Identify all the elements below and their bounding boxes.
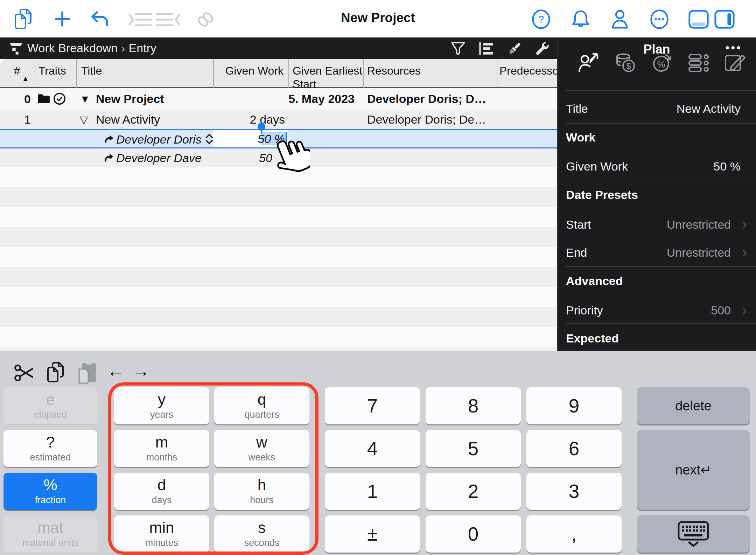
paste-icon — [78, 361, 97, 384]
key-hours[interactable]: hhours — [214, 473, 309, 510]
row-earliest-start: 5. May 2023 — [288, 92, 355, 106]
filter-icon[interactable] — [451, 42, 465, 56]
section-date-presets: Date Presets — [566, 188, 638, 202]
key-plus-minus[interactable]: ± — [325, 515, 420, 553]
key-6[interactable]: 6 — [526, 430, 622, 467]
column-header-number[interactable]: # — [14, 64, 20, 77]
settings-wrench-icon[interactable] — [535, 41, 550, 56]
field-priority-value[interactable]: 500 — [711, 304, 731, 317]
key-comma[interactable]: , — [526, 515, 622, 553]
field-title-label: Title — [566, 102, 588, 116]
documents-icon[interactable] — [13, 8, 34, 30]
more-options-icon[interactable] — [650, 9, 669, 29]
key-dismiss-keyboard[interactable] — [637, 515, 750, 553]
key-7[interactable]: 7 — [325, 387, 420, 424]
row-number: 0 — [0, 92, 31, 106]
svg-text:?: ? — [538, 13, 544, 25]
key-fraction[interactable]: %fraction — [4, 473, 97, 510]
key-years[interactable]: yyears — [114, 387, 209, 424]
key-4[interactable]: 4 — [325, 430, 420, 467]
key-next[interactable]: next↵ — [637, 430, 750, 510]
right-panel-toggle-icon[interactable] — [714, 9, 735, 29]
tab-notes-icon[interactable] — [724, 53, 746, 72]
collapse-triangle-icon[interactable]: ▼ — [80, 93, 90, 105]
key-days[interactable]: ddays — [114, 473, 209, 510]
column-divider[interactable] — [497, 59, 497, 88]
row-resources: Developer Doris; D… — [367, 92, 514, 106]
sort-ascending-icon[interactable]: ▲ — [22, 74, 29, 83]
empty-row — [0, 347, 557, 351]
copy-icon[interactable] — [46, 361, 66, 383]
divider — [566, 123, 756, 124]
column-header-resources[interactable]: Resources — [367, 64, 421, 77]
cursor-right-icon[interactable]: → — [132, 361, 150, 381]
cursor-left-icon[interactable]: ← — [107, 361, 125, 381]
column-divider[interactable] — [213, 59, 214, 88]
assignment-name: Developer Doris — [116, 133, 202, 146]
key-5[interactable]: 5 — [426, 430, 521, 467]
column-header-given-work[interactable]: Given Work — [213, 64, 284, 77]
column-header-traits[interactable]: Traits — [38, 64, 66, 77]
key-months[interactable]: mmonths — [114, 430, 209, 467]
row-resources: Developer Doris; De… — [367, 113, 514, 126]
keyboard-dismiss-icon — [677, 521, 709, 547]
field-given-work-value[interactable]: 50 % — [714, 160, 741, 173]
outline-view-icon[interactable] — [479, 42, 493, 56]
key-material-units: matmaterial units — [4, 515, 97, 553]
collapse-triangle-icon[interactable]: ▽ — [80, 113, 88, 126]
field-end-value[interactable]: Unrestricted — [667, 246, 731, 259]
key-8[interactable]: 8 — [426, 387, 521, 424]
table-row-project[interactable]: 0 ▼ New Project 5. May 2023 Developer Do… — [0, 88, 557, 110]
cut-icon[interactable] — [14, 363, 34, 382]
key-estimated[interactable]: ?estimated — [4, 430, 97, 467]
key-weeks[interactable]: wweeks — [214, 430, 309, 467]
assignment-arrow-icon — [104, 153, 114, 162]
column-header-title[interactable]: Title — [81, 64, 102, 77]
field-title-value[interactable]: New Activity — [677, 102, 741, 116]
column-divider[interactable] — [288, 59, 289, 88]
field-start-value[interactable]: Unrestricted — [667, 218, 731, 231]
key-quarters[interactable]: qquarters — [214, 387, 309, 424]
tab-progress-icon[interactable]: % — [651, 53, 673, 72]
tab-costs-icon[interactable]: $ — [615, 53, 637, 72]
tab-assignment-icon[interactable] — [578, 53, 600, 72]
key-9[interactable]: 9 — [526, 387, 622, 424]
column-header-given-earliest-start[interactable]: Given Earliest Start — [293, 64, 363, 91]
column-divider[interactable] — [35, 59, 35, 88]
bottom-panel-toggle-icon[interactable] — [688, 9, 709, 29]
section-advanced: Advanced — [566, 274, 623, 288]
stepper-icon[interactable] — [204, 133, 214, 145]
key-0[interactable]: 0 — [426, 515, 521, 553]
help-icon[interactable]: ? — [531, 9, 551, 29]
account-person-icon[interactable] — [610, 8, 630, 30]
breadcrumb-page[interactable]: Entry — [129, 41, 156, 55]
work-breakdown-icon — [9, 42, 23, 55]
column-divider[interactable] — [363, 59, 364, 88]
column-divider[interactable] — [76, 59, 77, 88]
key-1[interactable]: 1 — [325, 473, 420, 510]
numeric-keyboard: ← → eelapsed ?estimated %fraction matmat… — [0, 351, 756, 555]
notifications-bell-icon[interactable] — [571, 9, 590, 29]
key-minutes[interactable]: minminutes — [114, 515, 209, 553]
table-row-activity[interactable]: 1 ▽ New Activity 2 days Developer Doris;… — [0, 110, 557, 129]
column-header-predecessors[interactable]: Predecessors — [499, 64, 553, 77]
add-icon[interactable] — [53, 10, 71, 28]
key-2[interactable]: 2 — [426, 473, 521, 510]
tab-attributes-icon[interactable] — [688, 54, 709, 72]
key-3[interactable]: 3 — [526, 473, 622, 510]
divider — [566, 323, 756, 324]
key-elapsed: eelapsed — [4, 387, 97, 424]
breadcrumb-chevron-icon: › — [118, 41, 128, 55]
link-icon — [196, 11, 215, 28]
breadcrumb-section[interactable]: Work Breakdown — [27, 41, 118, 55]
undo-icon[interactable] — [90, 10, 109, 29]
chevron-right-icon[interactable]: › — [742, 217, 747, 231]
key-delete[interactable]: delete — [637, 387, 750, 424]
chevron-right-icon[interactable]: › — [742, 245, 747, 259]
divider — [566, 266, 756, 267]
chevron-right-icon[interactable]: › — [742, 303, 747, 317]
style-brush-icon[interactable] — [507, 41, 522, 56]
key-seconds[interactable]: sseconds — [214, 515, 309, 553]
cursor-pointer-hand-icon — [274, 135, 310, 174]
breadcrumb[interactable]: Work Breakdown›Entry — [27, 41, 156, 55]
